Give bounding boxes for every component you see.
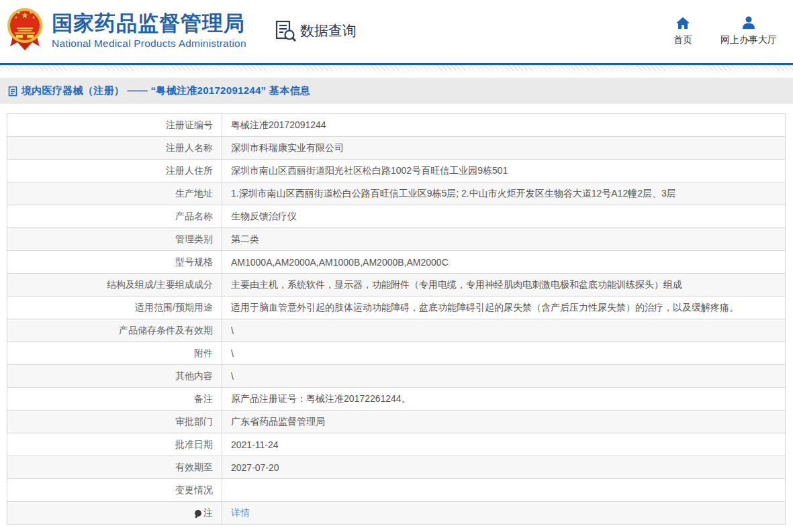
nav-label-home: 首页 <box>673 34 692 46</box>
row-value: 深圳市科瑞康实业有限公司 <box>222 137 786 160</box>
row-label: 产品储存条件及有效期 <box>7 319 222 342</box>
row-label: 管理类别 <box>7 228 222 251</box>
row-label: 备注 <box>7 388 222 411</box>
header-nav: 首页 网上办事大厅 <box>673 16 777 46</box>
row-label: 注册证编号 <box>7 114 222 137</box>
row-value: AM1000A,AM2000A,AM1000B,AM2000B,AM2000C <box>222 251 786 274</box>
table-row: 审批部门广东省药品监督管理局 <box>7 411 786 433</box>
row-label: 批准日期 <box>7 433 222 456</box>
agency-title-block: 国家药品监督管理局 National Medical Products Admi… <box>52 11 246 52</box>
row-value: 广东省药品监督管理局 <box>222 411 786 433</box>
info-table-body: 注册证编号粤械注准20172091244注册人名称深圳市科瑞康实业有限公司注册人… <box>7 114 786 525</box>
nav-item-service-hall[interactable]: 网上办事大厅 <box>720 16 777 46</box>
row-value: \ <box>222 319 786 342</box>
table-row: 注册证编号粤械注准20172091244 <box>7 114 786 137</box>
row-label: 审批部门 <box>7 411 222 433</box>
row-value: 生物反馈治疗仪 <box>222 205 786 228</box>
user-icon <box>741 16 756 30</box>
nav-label-service-hall: 网上办事大厅 <box>720 34 777 46</box>
row-value: 适用于脑血管意外引起的肢体运动功能障碍，盆底功能障碍引起的尿失禁（含产后压力性尿… <box>222 297 786 319</box>
row-value: 2021-11-24 <box>222 433 786 456</box>
row-label: 注册人名称 <box>7 137 222 160</box>
table-row: 其他内容\ <box>7 365 786 388</box>
row-label: 有效期至 <box>7 456 222 479</box>
row-value: 第二类 <box>222 228 786 251</box>
row-label: 附件 <box>7 342 222 365</box>
table-row: 注册人住所深圳市南山区西丽街道阳光社区松白路1002号百旺信工业园9栋501 <box>7 160 786 182</box>
hatched-divider <box>0 65 793 70</box>
row-value: 粤械注准20172091244 <box>222 114 786 137</box>
row-value: 深圳市南山区西丽街道阳光社区松白路1002号百旺信工业园9栋501 <box>222 160 786 182</box>
row-label: 生产地址 <box>7 182 222 205</box>
row-label: 产品名称 <box>7 205 222 228</box>
table-row: 附件\ <box>7 342 786 365</box>
row-value: 原产品注册证号：粤械注准20172261244。 <box>222 388 786 411</box>
table-row: 变更情况 <box>7 479 786 502</box>
main-content: 注册证编号粤械注准20172091244注册人名称深圳市科瑞康实业有限公司注册人… <box>7 113 786 525</box>
document-icon <box>8 86 17 97</box>
row-value: \ <box>222 342 786 365</box>
table-row: 注详情 <box>7 502 786 525</box>
agency-name-en: National Medical Products Administration <box>52 38 246 50</box>
agency-name-cn: 国家药品监督管理局 <box>52 11 246 36</box>
registration-info-table: 注册证编号粤械注准20172091244注册人名称深圳市科瑞康实业有限公司注册人… <box>7 113 786 525</box>
table-row: 有效期至2027-07-20 <box>7 456 786 479</box>
table-row: 型号规格AM1000A,AM2000A,AM1000B,AM2000B,AM20… <box>7 251 786 274</box>
national-emblem-icon <box>7 6 43 52</box>
home-icon <box>675 16 690 30</box>
data-query-tab[interactable]: 数据查询 <box>273 19 357 43</box>
row-label: 其他内容 <box>7 365 222 388</box>
row-label: 型号规格 <box>7 251 222 274</box>
row-value: 1.深圳市南山区西丽街道松白公路百旺信工业区9栋5层; 2.中山市火炬开发区生物… <box>222 182 786 205</box>
table-row: 备注原产品注册证号：粤械注准20172261244。 <box>7 388 786 411</box>
table-row: 结构及组成/主要组成成分主要由主机，系统软件，显示器，功能附件（专用电缆，专用神… <box>7 274 786 297</box>
table-row: 批准日期2021-11-24 <box>7 433 786 456</box>
row-value: \ <box>222 365 786 388</box>
nav-item-home[interactable]: 首页 <box>673 16 692 46</box>
detail-link[interactable]: 详情 <box>231 507 250 518</box>
row-value: 主要由主机，系统软件，显示器，功能附件（专用电缆，专用神经肌肉电刺激电极和盆底功… <box>222 274 786 297</box>
agency-logo-link[interactable]: 国家药品监督管理局 National Medical Products Admi… <box>7 6 246 52</box>
row-label: 变更情况 <box>7 479 222 502</box>
breadcrumb-text: 境内医疗器械（注册） —— “粤械注准20172091244” 基本信息 <box>21 85 310 97</box>
table-row: 产品名称生物反馈治疗仪 <box>7 205 786 228</box>
row-value: 详情 <box>222 502 786 525</box>
table-row: 管理类别第二类 <box>7 228 786 251</box>
data-query-icon <box>273 19 297 43</box>
row-label: 结构及组成/主要组成成分 <box>7 274 222 297</box>
table-row: 适用范围/预期用途适用于脑血管意外引起的肢体运动功能障碍，盆底功能障碍引起的尿失… <box>7 297 786 319</box>
breadcrumb: 境内医疗器械（注册） —— “粤械注准20172091244” 基本信息 <box>0 78 793 104</box>
row-value: 2027-07-20 <box>222 456 786 479</box>
table-row: 生产地址1.深圳市南山区西丽街道松白公路百旺信工业区9栋5层; 2.中山市火炬开… <box>7 182 786 205</box>
row-label: 注 <box>7 502 222 525</box>
table-row: 产品储存条件及有效期\ <box>7 319 786 342</box>
row-value <box>222 479 786 502</box>
row-label: 适用范围/预期用途 <box>7 297 222 319</box>
bulb-icon <box>195 510 201 517</box>
page-header: 国家药品监督管理局 National Medical Products Admi… <box>0 0 793 65</box>
row-label: 注册人住所 <box>7 160 222 182</box>
table-row: 注册人名称深圳市科瑞康实业有限公司 <box>7 137 786 160</box>
data-query-label: 数据查询 <box>300 21 357 40</box>
